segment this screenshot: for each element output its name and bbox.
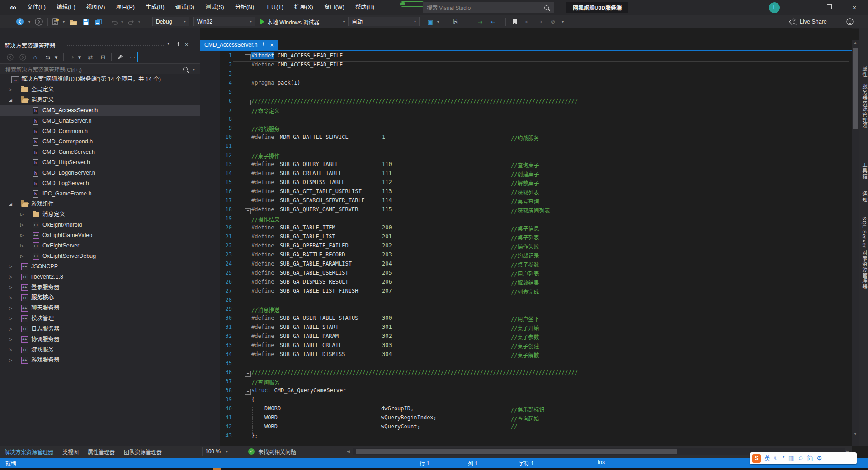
scroll-down-arrow[interactable]: ▼ bbox=[852, 431, 859, 437]
code-line-11[interactable]: 11 bbox=[200, 143, 852, 152]
collapsed-arrow-icon[interactable]: ▷ bbox=[20, 209, 24, 220]
code-line-35[interactable]: 35 bbox=[200, 360, 852, 369]
code-line-41[interactable]: 41WORDwQueryBeginIndex;//查询起始 bbox=[200, 414, 852, 423]
code-line-30[interactable]: 30SUB_GA_USER_TABLE_STATUS300//用户坐下#defi… bbox=[200, 315, 852, 324]
tree-item-消息定义[interactable]: ◢消息定义 bbox=[0, 95, 200, 105]
code-line-5[interactable]: 5 bbox=[200, 89, 852, 98]
tree-item-CMD_Commom.h[interactable]: hCMD_Commom.h bbox=[0, 126, 200, 137]
tree-item-JSONCPP[interactable]: ▷++JSONCPP bbox=[0, 261, 200, 272]
code-line-8[interactable]: 8 bbox=[200, 116, 852, 125]
tree-item-CMD_LogonServer.h[interactable]: hCMD_LogonServer.h bbox=[0, 168, 200, 178]
panel-tab-属性管理器[interactable]: 属性管理器 bbox=[88, 448, 115, 456]
ime-glyph-3[interactable]: ▦ bbox=[788, 452, 794, 464]
fold-collapse-icon[interactable]: − bbox=[245, 54, 251, 60]
code-line-16[interactable]: 16SUB_GA_GET_TABLE_USERLIST113//获取列表#def… bbox=[200, 188, 852, 197]
code-line-7[interactable]: 7//命令定义 bbox=[200, 107, 852, 116]
minimize-button[interactable]: — bbox=[792, 0, 812, 15]
code-line-22[interactable]: 22SUB_GA_OPERATE_FAILED202//操作失败#define bbox=[200, 242, 852, 252]
code-line-10[interactable]: 10MDM_GA_BATTLE_SERVICE1//约战服务#define bbox=[200, 134, 852, 143]
tree-item-游戏服务[interactable]: ▷++游戏服务 bbox=[0, 345, 200, 355]
code-line-24[interactable]: 24SUB_GA_TABLE_PARAMLIST204//桌子参数#define bbox=[200, 261, 852, 270]
code-line-26[interactable]: 26SUB_GA_DISMISS_RESULT206//解散结果#define bbox=[200, 279, 852, 288]
collapsed-arrow-icon[interactable]: ▷ bbox=[20, 220, 24, 230]
code-line-12[interactable]: 12//桌子操作 bbox=[200, 152, 852, 161]
se-home-icon[interactable]: ⌂ bbox=[30, 52, 41, 62]
vertical-scroll-thumb[interactable] bbox=[853, 48, 858, 129]
collapsed-arrow-icon[interactable]: ▷ bbox=[20, 251, 24, 261]
menu-item-7[interactable]: 分析(N) bbox=[230, 0, 259, 15]
panel-tab-团队资源管理器[interactable]: 团队资源管理器 bbox=[124, 448, 162, 456]
code-line-2[interactable]: 2#define CMD_ACCESS_HEAD_FILE bbox=[200, 62, 852, 71]
tree-item-OxEightAndroid[interactable]: ▷++OxEightAndroid bbox=[0, 220, 200, 230]
code-line-43[interactable]: 43}; bbox=[200, 432, 852, 442]
close-panel-icon[interactable]: × bbox=[185, 41, 189, 48]
editor-zoom-dropdown[interactable]: 100 %▾ bbox=[202, 447, 231, 456]
tree-item-CMD_Correspond.h[interactable]: hCMD_Correspond.h bbox=[0, 137, 200, 147]
code-line-20[interactable]: 20SUB_GA_TABLE_ITEM200//桌子信息#define bbox=[200, 224, 852, 233]
scroll-left-arrow[interactable]: ◀ bbox=[347, 449, 350, 454]
menu-item-10[interactable]: 窗口(W) bbox=[319, 0, 350, 15]
ime-glyph-5[interactable]: 简 bbox=[807, 452, 813, 464]
user-avatar[interactable]: L bbox=[769, 2, 780, 13]
right-tab-SQL Server 对象资源管理器[interactable]: SQL Server 对象资源管理器 bbox=[859, 217, 868, 290]
pending-changes-filter-icon[interactable]: ◔ bbox=[67, 52, 78, 62]
attach-to-process-icon[interactable]: ▣ bbox=[425, 15, 436, 28]
tree-item-CMD_LogServer.h[interactable]: hCMD_LogServer.h bbox=[0, 178, 200, 189]
navigate-back-button[interactable] bbox=[14, 15, 26, 28]
tree-item-模块管理[interactable]: ▷++模块管理 bbox=[0, 313, 200, 324]
fold-collapse-icon[interactable]: − bbox=[245, 371, 251, 377]
new-file-dropdown[interactable]: ▾ bbox=[61, 15, 66, 28]
send-feedback-icon[interactable] bbox=[844, 15, 855, 28]
code-line-3[interactable]: 3 bbox=[200, 71, 852, 80]
menu-item-11[interactable]: 帮助(H) bbox=[350, 0, 380, 15]
start-debugging-button[interactable]: 本地 Windows 调试器 bbox=[267, 15, 319, 28]
code-line-17[interactable]: 17SUB_GA_SEARCH_SERVER_TABLE114//桌号查询#de… bbox=[200, 197, 852, 206]
collapsed-arrow-icon[interactable]: ▷ bbox=[9, 355, 12, 366]
tree-item-游戏组件[interactable]: ◢游戏组件 bbox=[0, 199, 200, 209]
collapsed-arrow-icon[interactable]: ▷ bbox=[9, 313, 12, 324]
debug-target-dropdown[interactable]: 自动▾ bbox=[348, 17, 420, 26]
collapsed-arrow-icon[interactable]: ▷ bbox=[9, 282, 12, 293]
modified-files-icon[interactable]: ⎘ bbox=[450, 15, 461, 28]
expanded-arrow-icon[interactable]: ◢ bbox=[9, 199, 12, 209]
code-line-38[interactable]: 38−struct CMD_GA_QueryGameServer bbox=[200, 387, 852, 396]
toolbar-overflow-dropdown[interactable]: ▾ bbox=[561, 15, 565, 28]
attach-dropdown[interactable]: ▾ bbox=[436, 15, 440, 28]
code-area[interactable]: 1−#ifndef CMD_ACCESS_HEAD_FILE2#define C… bbox=[200, 51, 852, 446]
bookmark-icon[interactable] bbox=[510, 15, 520, 28]
menu-item-5[interactable]: 调试(D) bbox=[170, 0, 200, 15]
filter-dropdown[interactable]: ▾ bbox=[77, 52, 82, 62]
switch-views-icon[interactable]: ⇄ bbox=[85, 52, 96, 62]
code-line-27[interactable]: 27SUB_GA_TABLE_LIST_FINISH207//列表完成#defi… bbox=[200, 288, 852, 297]
panel-tab-类视图[interactable]: 类视图 bbox=[62, 448, 79, 456]
fold-collapse-icon[interactable]: − bbox=[245, 208, 251, 214]
sync-dropdown[interactable]: ▾ bbox=[53, 52, 59, 62]
tree-item-CMD_HttpServer.h[interactable]: hCMD_HttpServer.h bbox=[0, 157, 200, 168]
menu-item-9[interactable]: 扩展(X) bbox=[289, 0, 319, 15]
ime-glyph-0[interactable]: 英 bbox=[764, 452, 770, 464]
editor-vertical-scrollbar[interactable]: ▲ ▼ bbox=[852, 40, 859, 446]
preview-selected-items-button[interactable]: ▭ bbox=[127, 52, 138, 62]
code-line-21[interactable]: 21SUB_GA_TABLE_LIST201//桌子列表#define bbox=[200, 233, 852, 242]
code-line-40[interactable]: 40DWORDdwGroupID;//俱乐部标识 bbox=[200, 405, 852, 414]
right-tab-属性[interactable]: 属性 bbox=[859, 66, 868, 77]
debugger-dropdown[interactable]: ▾ bbox=[342, 15, 346, 28]
properties-wrench-icon[interactable] bbox=[115, 52, 126, 62]
right-tab-工具箱[interactable]: 工具箱 bbox=[859, 162, 868, 180]
tree-item-OxEightServerDebug[interactable]: ▷++OxEightServerDebug bbox=[0, 251, 200, 261]
collapsed-arrow-icon[interactable]: ▷ bbox=[20, 241, 24, 251]
open-file-button[interactable] bbox=[67, 15, 79, 28]
collapsed-arrow-icon[interactable]: ▷ bbox=[9, 85, 12, 95]
ime-glyph-4[interactable]: ☺ bbox=[797, 452, 803, 464]
code-line-1[interactable]: 1−#ifndef CMD_ACCESS_HEAD_FILE bbox=[200, 52, 852, 62]
tree-item-CMD_ChatServer.h[interactable]: hCMD_ChatServer.h bbox=[0, 116, 200, 126]
start-debugging-icon[interactable] bbox=[259, 15, 266, 28]
collapsed-arrow-icon[interactable]: ▷ bbox=[9, 272, 12, 282]
menu-item-6[interactable]: 测试(S) bbox=[200, 0, 230, 15]
menu-item-0[interactable]: 文件(F) bbox=[22, 0, 51, 15]
code-line-28[interactable]: 28 bbox=[200, 297, 852, 306]
tree-item-游戏服务器[interactable]: ▷++游戏服务器 bbox=[0, 355, 200, 366]
collapsed-arrow-icon[interactable]: ▷ bbox=[20, 230, 24, 241]
ime-toolbar[interactable]: S 英☾❜▦☺简⚙ bbox=[750, 452, 857, 464]
menu-item-8[interactable]: 工具(T) bbox=[259, 0, 289, 15]
